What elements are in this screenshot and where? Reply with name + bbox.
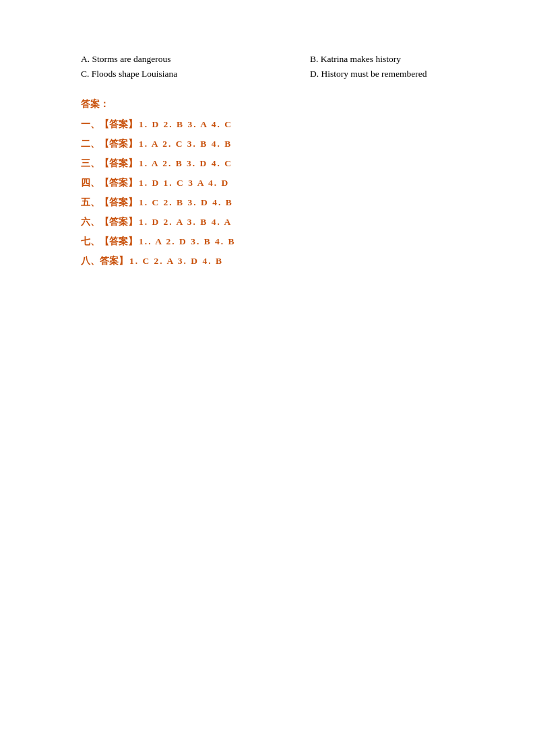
- answer-label-5: 五、【答案】: [81, 195, 137, 211]
- answer-label-8: 八、答案】: [81, 254, 128, 269]
- option-d: D. History must be remembered: [310, 69, 431, 79]
- answer-row-1: 一、【答案】 1. D 2. B 3. A 4. C: [81, 117, 454, 133]
- answer-label-7: 七、【答案】: [81, 234, 137, 250]
- answer-row-6: 六、【答案】 1. D 2. A 3. B 4. A: [81, 215, 454, 230]
- answer-row-7: 七、【答案】 1.. A 2. D 3. B 4. B: [81, 234, 454, 250]
- answer-row-8: 八、答案】 1. C 2. A 3. D 4. B: [81, 254, 454, 269]
- answer-content-6: 1. D 2. A 3. B 4. A: [139, 215, 232, 230]
- answer-label-4: 四、【答案】: [81, 176, 137, 191]
- options-section: A. Storms are dangerous B. Katrina makes…: [81, 54, 454, 79]
- answer-content-7: 1.. A 2. D 3. B 4. B: [139, 234, 236, 250]
- answer-content-1: 1. D 2. B 3. A 4. C: [139, 117, 232, 133]
- answer-label-2: 二、【答案】: [81, 137, 137, 152]
- answer-label-1: 一、【答案】: [81, 117, 137, 133]
- answer-content-3: 1. A 2. B 3. D 4. C: [139, 156, 232, 172]
- answer-row-2: 二、【答案】 1. A 2. C 3. B 4. B: [81, 137, 454, 152]
- answer-label-3: 三、【答案】: [81, 156, 137, 172]
- answer-row-3: 三、【答案】 1. A 2. B 3. D 4. C: [81, 156, 454, 172]
- answer-label-6: 六、【答案】: [81, 215, 137, 230]
- options-row-2: C. Floods shape Louisiana D. History mus…: [81, 69, 454, 79]
- answer-row-5: 五、【答案】 1. C 2. B 3. D 4. B: [81, 195, 454, 211]
- option-a: A. Storms are dangerous: [81, 54, 202, 65]
- option-b: B. Katrina makes history: [310, 54, 431, 65]
- answer-content-2: 1. A 2. C 3. B 4. B: [139, 137, 232, 152]
- answer-content-8: 1. C 2. A 3. D 4. B: [129, 254, 223, 269]
- answer-row-4: 四、【答案】 1. D 1. C 3 A 4. D: [81, 176, 454, 191]
- answer-content-4: 1. D 1. C 3 A 4. D: [139, 176, 229, 191]
- options-row-1: A. Storms are dangerous B. Katrina makes…: [81, 54, 454, 65]
- answers-section: 答案： 一、【答案】 1. D 2. B 3. A 4. C 二、【答案】 1.…: [81, 98, 454, 269]
- answers-title: 答案：: [81, 98, 454, 110]
- option-c: C. Floods shape Louisiana: [81, 69, 202, 79]
- answer-content-5: 1. C 2. B 3. D 4. B: [139, 195, 233, 211]
